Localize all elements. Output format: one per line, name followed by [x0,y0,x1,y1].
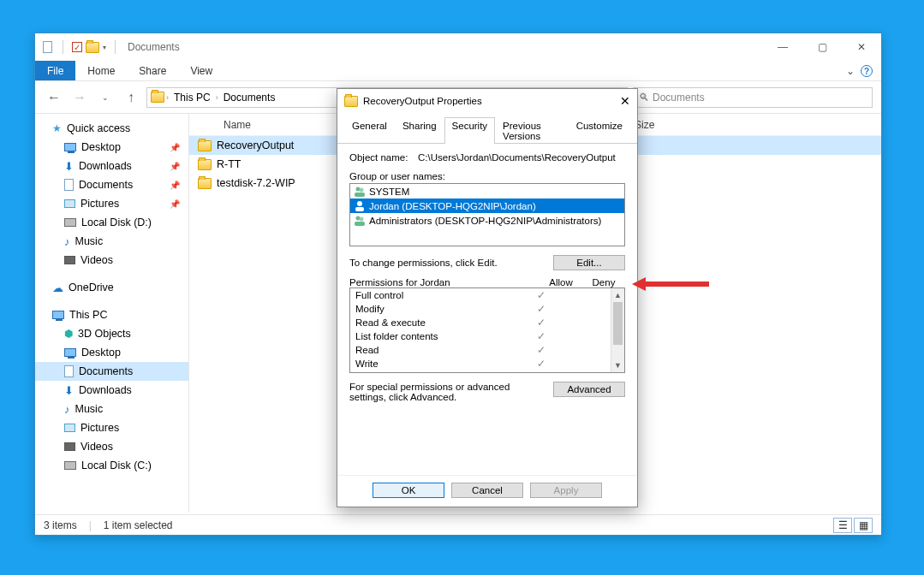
allow-check-icon: ✓ [520,330,563,342]
scrollbar[interactable]: ▲ ▼ [611,288,624,372]
svg-point-6 [360,216,364,221]
object-name-label: Object name: [349,152,418,163]
user-item[interactable]: SYSTEM [350,184,624,199]
svg-rect-2 [355,193,365,197]
nav-3d-objects[interactable]: ⬢3D Objects [35,324,188,343]
title-bar[interactable]: ✓ ▾ Documents — ▢ ✕ [35,33,881,61]
cancel-button[interactable]: Cancel [451,483,523,498]
maximize-button[interactable]: ▢ [802,33,842,61]
allow-check-icon: ✓ [520,358,563,370]
item-count: 3 items [44,519,77,531]
scroll-down-icon[interactable]: ▼ [611,359,624,372]
dialog-title: RecoveryOutput Properties [363,96,482,106]
allow-check-icon: ✓ [520,303,563,315]
dialog-titlebar[interactable]: RecoveryOutput Properties ✕ [337,89,637,113]
window-title: Documents [128,41,180,53]
tab-customize[interactable]: Customize [569,117,630,144]
music-icon: ♪ [64,403,70,416]
svg-rect-7 [355,222,365,226]
apply-button[interactable]: Apply [530,483,602,498]
recent-dropdown[interactable]: ⌄ [95,87,116,108]
permissions-list: Full control✓ Modify✓ Read & execute✓ Li… [349,288,625,373]
perm-row: Read & execute✓ [350,316,611,329]
details-view-button[interactable]: ☰ [833,518,852,533]
user-item[interactable]: Administrators (DESKTOP-HQG2NIP\Administ… [350,213,624,228]
perm-row: Read✓ [350,343,611,357]
download-icon: ⬇ [64,384,74,397]
view-tab[interactable]: View [178,61,224,80]
download-icon: ⬇ [64,160,74,173]
nav-documents2[interactable]: Documents [35,362,188,381]
pin-icon: 📌 [170,143,180,152]
search-placeholder: Documents [653,92,705,104]
home-tab[interactable]: Home [75,61,127,80]
properties-icon[interactable] [40,40,54,54]
annotation-arrow-icon [632,276,709,293]
nav-local-c[interactable]: Local Disk (C:) [35,456,188,475]
nav-this-pc[interactable]: This PC [35,305,188,324]
breadcrumb[interactable]: Documents [220,92,279,104]
nav-documents[interactable]: Documents📌 [35,175,188,194]
nav-downloads2[interactable]: ⬇Downloads [35,381,188,400]
users-listbox[interactable]: SYSTEM Jordan (DESKTOP-HQG2NIP\Jordan) A… [349,183,625,246]
nav-onedrive[interactable]: ☁OneDrive [35,278,188,297]
folder-icon [344,94,358,108]
group-label: Group or user names: [349,171,625,181]
nav-music2[interactable]: ♪Music [35,400,188,418]
help-icon[interactable]: ? [861,65,873,77]
search-icon: 🔍︎ [639,92,649,104]
breadcrumb[interactable]: This PC [170,92,214,104]
disk-icon [64,218,76,227]
file-tab[interactable]: File [35,61,75,80]
nav-downloads[interactable]: ⬇Downloads📌 [35,157,188,175]
perm-row: Full control✓ [350,288,611,302]
nav-music[interactable]: ♪Music [35,232,188,251]
nav-videos2[interactable]: Videos [35,437,188,456]
back-button[interactable]: ← [44,87,64,108]
nav-pictures2[interactable]: Pictures [35,418,188,437]
deny-header: Deny [582,277,625,288]
nav-videos[interactable]: Videos [35,251,188,270]
ok-button[interactable]: OK [373,483,444,498]
close-button[interactable]: ✕ [842,33,881,61]
document-icon [64,179,74,191]
nav-pictures[interactable]: Pictures📌 [35,194,188,213]
disk-icon [64,461,76,470]
users-icon [354,186,366,198]
edit-button[interactable]: Edit... [553,255,625,270]
checkbox-icon[interactable]: ✓ [72,42,82,52]
pictures-icon [64,424,75,432]
folder-icon [198,159,212,170]
status-bar: 3 items | 1 item selected ☰ ▦ [35,514,881,535]
folder-icon [198,178,212,189]
search-input[interactable]: 🔍︎ Documents [633,87,873,108]
advanced-button[interactable]: Advanced [553,382,625,397]
tab-previous-versions[interactable]: Previous Versions [495,117,569,144]
scroll-thumb[interactable] [613,302,623,345]
cube-icon: ⬢ [64,328,73,340]
properties-dialog: RecoveryOutput Properties ✕ General Shar… [337,88,638,507]
nav-desktop2[interactable]: Desktop [35,343,188,362]
svg-marker-8 [632,277,709,291]
scroll-up-icon[interactable]: ▲ [611,288,624,302]
nav-quick-access[interactable]: ★Quick access [35,119,188,138]
svg-rect-4 [355,207,364,211]
tab-sharing[interactable]: Sharing [395,117,444,144]
forward-button[interactable]: → [69,87,90,108]
minimize-button[interactable]: — [763,33,802,61]
tab-security[interactable]: Security [444,117,496,144]
nav-local-d[interactable]: Local Disk (D:) [35,213,188,232]
user-item[interactable]: Jordan (DESKTOP-HQG2NIP\Jordan) [350,199,624,213]
expand-ribbon-icon[interactable]: ⌄ [840,61,861,80]
user-icon [354,200,366,212]
tab-general[interactable]: General [344,117,395,144]
pin-icon: 📌 [170,181,180,190]
up-button[interactable]: ↑ [121,87,141,108]
folder-icon [151,91,164,104]
nav-desktop[interactable]: Desktop📌 [35,138,188,157]
icons-view-button[interactable]: ▦ [854,518,873,533]
nav-pane: ★Quick access Desktop📌 ⬇Downloads📌 Docum… [35,114,189,513]
close-button[interactable]: ✕ [620,94,630,108]
folder-icon[interactable] [86,40,99,54]
share-tab[interactable]: Share [127,61,178,80]
